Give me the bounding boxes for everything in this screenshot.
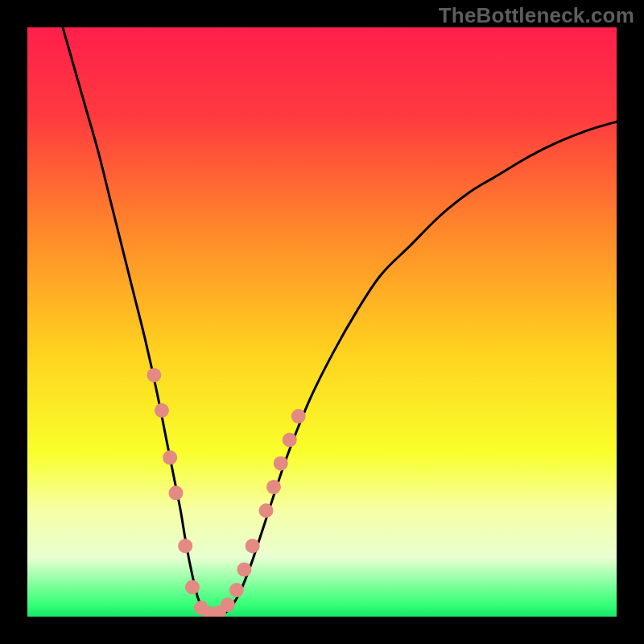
watermark-text: TheBottleneck.com bbox=[439, 3, 634, 28]
bottleneck-curve-svg bbox=[27, 27, 617, 617]
chart-frame: TheBottleneck.com bbox=[0, 0, 644, 644]
plot-area bbox=[27, 27, 617, 617]
curve-marker bbox=[266, 480, 281, 494]
bottleneck-curve-path bbox=[63, 27, 617, 617]
curve-marker bbox=[155, 403, 169, 418]
curve-marker bbox=[283, 432, 297, 447]
curve-marker bbox=[291, 409, 306, 423]
curve-marker bbox=[163, 450, 177, 464]
curve-marker bbox=[221, 597, 235, 612]
curve-marker bbox=[229, 583, 244, 597]
curve-markers bbox=[147, 368, 305, 617]
curve-marker bbox=[237, 562, 251, 576]
curve-marker bbox=[168, 485, 183, 500]
curve-marker bbox=[178, 539, 192, 553]
curve-marker bbox=[246, 539, 260, 553]
curve-marker bbox=[147, 368, 161, 382]
curve-marker bbox=[274, 456, 288, 471]
curve-marker bbox=[185, 580, 200, 594]
curve-marker bbox=[258, 503, 273, 518]
